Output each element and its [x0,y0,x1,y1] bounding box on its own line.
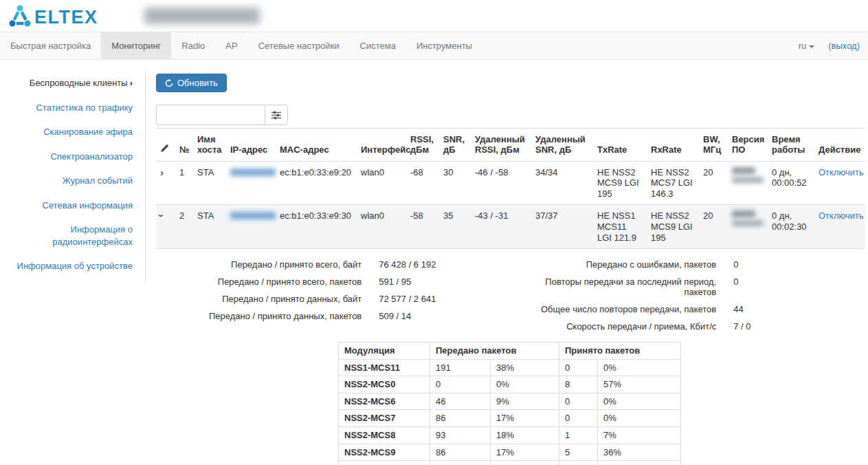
stat-value: 76 428 / 6 192 [361,259,436,270]
cell-remote-snr: 34/34 [531,161,593,205]
stat-row: Передано / принято данных, пакетов 509 /… [156,307,511,325]
tab-tools[interactable]: Инструменты [406,32,482,59]
cell-interface: wlan0 [357,161,406,205]
col-header-action: Действие [814,129,865,162]
logout-link[interactable]: (выход) [828,41,860,51]
tab-quick-setup[interactable]: Быстрая настройка [0,32,101,59]
cell-hostname: STA [193,205,226,249]
cell-snr: 35 [439,205,471,249]
stat-value: 0 [716,277,738,297]
tab-monitoring[interactable]: Мониторинг [101,32,171,59]
stat-label: Повторы передачи за последний период, па… [511,277,716,297]
mod-col-header-tx: Передано пакетов [430,343,559,360]
stat-row: Передано / принято всего, пакетов 591 / … [156,273,511,290]
stat-value: 509 / 14 [361,311,411,321]
mod-rx-count: 0 [559,393,598,410]
modulation-row: NSS2-MCS6 46 9% 0 0% [339,393,681,410]
modulation-table: Модуляция Передано пакетов Принято пакет… [338,342,681,465]
cell-ip [226,205,276,249]
app-header: ELTEX [0,0,868,32]
stat-row: Передано / принято всего, байт 76 428 / … [156,256,511,273]
mod-tx-count: 93 [430,426,491,444]
modulation-row: NSS1-MCS11 191 38% 0 0% [339,359,681,376]
mod-tx-pct: 38% [491,359,559,376]
filter-button[interactable] [265,105,288,125]
search-group [156,105,865,125]
mod-name: NSS2-MCS10 [339,461,430,465]
content: Обновить [146,60,868,465]
stat-value: 44 [716,304,743,314]
language-label: ru [799,41,807,51]
mod-tx-count: 86 [430,410,491,427]
sidebar-item-label: Беспроводные клиенты [30,78,128,88]
stat-label: Передано / принято всего, пакетов [156,277,361,287]
mod-tx-pct: 0% [491,376,559,393]
sidebar-list: Беспроводные клиенты› Статистика по траф… [0,71,146,283]
disconnect-link[interactable]: Отключить [819,210,864,221]
mod-rx-pct: 36% [598,444,681,461]
cell-rssi: -68 [406,161,439,205]
client-row-2: › 2 STA ec:b1:e0:33:e9:30 wlan0 -58 35 -… [156,205,865,249]
brand-wordmark: ELTEX [34,7,98,28]
cell-action: Отключить [814,205,865,249]
col-header-mac: MAC-адрес [276,129,357,162]
stat-value: 0 [716,259,738,270]
refresh-button[interactable]: Обновить [156,74,227,92]
sidebar-item-network-info[interactable]: Сетевая информация [0,193,145,218]
col-header-bw: BW, МГц [699,129,728,162]
mod-rx-count: 0 [559,461,598,465]
modulation-row: NSS2-MCS0 0 0% 8 57% [339,376,681,393]
mod-rx-pct: 57% [598,376,681,393]
sidebar-item-event-log[interactable]: Журнал событий [0,169,145,193]
cell-action: Отключить [814,161,865,205]
redacted-device-title [144,8,260,24]
col-header-ip: IP-адрес [226,129,276,162]
cell-rxrate: HE NSS2 MCS9 LGI 195 [647,205,699,249]
tab-radio[interactable]: Radio [171,32,215,59]
cell-txrate: HE NSS1 MCS11 LGI 121.9 [593,205,647,249]
stat-row: Передано / принято данных, байт 72 577 /… [156,290,511,307]
sidebar-item-device-info[interactable]: Информация об устройстве [0,254,145,279]
page: ELTEX Быстрая настройка Мониторинг Radio… [0,0,868,465]
tab-system[interactable]: Система [350,32,406,59]
mod-tx-pct: 17% [491,410,559,427]
sidebar-item-traffic-statistics[interactable]: Статистика по трафику [0,96,145,120]
pencil-icon [160,144,169,153]
mod-name: NSS2-MCS7 [339,410,430,427]
main-nav: Быстрая настройка Мониторинг Radio AP Се… [0,32,868,60]
cell-interface: wlan0 [357,205,406,249]
redacted-ip [230,169,276,176]
mod-tx-count: 86 [430,444,491,461]
cell-remote-snr: 37/37 [531,205,593,249]
clients-header-row: № Имя хоста IP-адрес MAC-адрес Интерфейс… [156,129,865,162]
cell-remote-rssi: -46 / -58 [471,161,531,205]
mod-tx-pct: 1% [491,461,559,465]
tab-ap[interactable]: AP [215,32,247,59]
mod-rx-pct: 7% [598,426,681,444]
language-dropdown[interactable]: ru [799,41,815,51]
collapse-chevron-down-icon[interactable]: › [157,214,167,217]
search-input[interactable] [156,105,265,125]
redacted-fw-version [732,210,764,226]
mod-name: NSS2-MCS8 [339,426,430,444]
col-header-rssi: RSSI, дБм [406,129,439,162]
cell-rssi: -58 [406,205,439,249]
cell-remote-rssi: -43 / -31 [471,205,531,249]
col-header-interface: Интерфейс [357,129,406,162]
tab-network-settings[interactable]: Сетевые настройки [248,32,350,59]
sidebar-item-spectrum-analyzer[interactable]: Спектроанализатор [0,144,145,169]
sidebar-item-wireless-clients[interactable]: Беспроводные клиенты› [0,71,145,96]
stat-row: Повторы передачи за последний период, па… [511,273,865,301]
col-header-remote-rssi: Удаленный RSSI, дБм [471,129,531,162]
stats-col-left: Передано / принято всего, байт 76 428 / … [156,256,511,335]
expand-chevron-right-icon[interactable]: › [160,167,164,177]
sidebar-item-air-scan[interactable]: Сканирование эфира [0,120,145,144]
cell-txrate: HE NSS2 MCS9 LGI 195 [593,161,647,205]
mod-rx-pct: 0% [598,393,681,410]
cell-bw: 20 [699,205,728,249]
mod-tx-count: 46 [430,393,491,410]
mod-tx-count: 191 [430,359,491,376]
sidebar-item-radio-interfaces-info[interactable]: Информация о радиоинтерфейсах [0,217,145,254]
disconnect-link[interactable]: Отключить [819,167,864,177]
mod-col-header-rx: Принято пакетов [559,343,681,360]
